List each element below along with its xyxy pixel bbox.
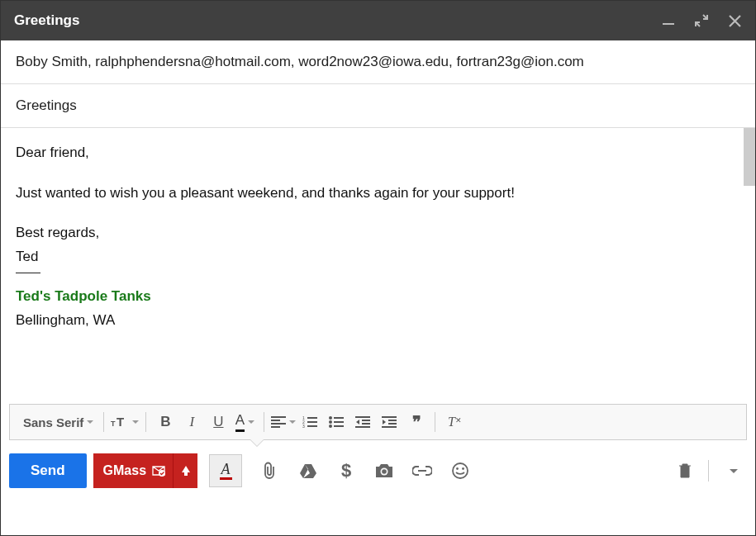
insert-link-button[interactable] xyxy=(407,456,437,486)
svg-rect-20 xyxy=(362,423,370,425)
align-button[interactable] xyxy=(271,409,296,435)
recipients-text: Boby Smith, ralphphendersna@hotmail.com,… xyxy=(16,54,584,69)
camera-icon xyxy=(374,462,394,479)
minimize-button[interactable] xyxy=(661,13,676,28)
bulleted-list-button[interactable] xyxy=(324,409,349,435)
font-family-label: Sans Serif xyxy=(23,415,83,429)
gmass-button[interactable]: GMass xyxy=(93,453,173,488)
attach-file-button[interactable] xyxy=(255,456,285,486)
scrollbar-thumb[interactable] xyxy=(744,128,755,186)
popout-button[interactable] xyxy=(694,13,709,28)
separator xyxy=(708,460,709,481)
bulleted-list-icon xyxy=(329,416,344,428)
svg-point-31 xyxy=(453,463,468,478)
body-line: Just wanted to wish you a pleasant weeke… xyxy=(16,183,729,204)
body-sender-name: Ted xyxy=(16,247,729,268)
svg-text:T: T xyxy=(111,420,116,428)
body-closing: Best regards, xyxy=(16,223,729,244)
more-options-button[interactable] xyxy=(717,456,747,486)
body-greeting: Dear friend, xyxy=(16,143,729,164)
svg-rect-15 xyxy=(334,421,344,423)
chevron-down-icon xyxy=(730,469,738,473)
svg-rect-2 xyxy=(271,416,286,418)
svg-point-28 xyxy=(159,470,165,477)
svg-rect-23 xyxy=(388,420,397,421)
format-toolbar: Sans Serif T T B I U A 1 2 3 xyxy=(9,404,747,440)
svg-rect-19 xyxy=(362,420,370,421)
subject-field[interactable]: Greetings xyxy=(1,84,755,128)
compose-window-header: Greetings xyxy=(1,1,755,40)
svg-rect-5 xyxy=(271,426,280,428)
svg-rect-21 xyxy=(355,426,370,428)
svg-rect-3 xyxy=(271,420,280,421)
send-button[interactable]: Send xyxy=(9,453,87,488)
link-icon xyxy=(412,466,432,476)
svg-rect-13 xyxy=(334,417,344,419)
message-body[interactable]: Dear friend, Just wanted to wish you a p… xyxy=(1,128,755,404)
text-color-button[interactable]: A xyxy=(232,409,257,435)
insert-drive-button[interactable] xyxy=(293,456,323,486)
svg-point-14 xyxy=(329,420,332,424)
font-size-icon: T T xyxy=(111,415,129,429)
text-color-icon: A xyxy=(235,412,245,432)
svg-rect-25 xyxy=(382,426,397,428)
close-button[interactable] xyxy=(727,13,742,28)
svg-point-12 xyxy=(329,416,332,420)
emoji-icon xyxy=(451,462,469,480)
quote-button[interactable]: ❞ xyxy=(403,409,428,435)
separator xyxy=(103,412,104,432)
bold-button[interactable]: B xyxy=(153,409,178,435)
recipients-field[interactable]: Boby Smith, ralphphendersna@hotmail.com,… xyxy=(1,40,755,84)
paperclip-icon xyxy=(262,462,278,480)
formatting-toggle-button[interactable]: A xyxy=(209,454,242,487)
window-title: Greetings xyxy=(14,12,661,29)
insert-money-button[interactable]: $ xyxy=(331,456,361,486)
svg-rect-11 xyxy=(307,425,317,427)
font-size-select[interactable]: T T xyxy=(111,409,139,435)
svg-text:T: T xyxy=(116,415,124,429)
svg-rect-9 xyxy=(307,421,317,423)
separator xyxy=(145,412,146,432)
discard-draft-button[interactable] xyxy=(670,456,700,486)
remove-formatting-icon: T ✕ xyxy=(446,415,463,429)
font-family-select[interactable]: Sans Serif xyxy=(18,409,97,435)
chevron-down-icon xyxy=(87,420,93,424)
svg-rect-4 xyxy=(271,423,286,425)
underline-button[interactable]: U xyxy=(206,409,231,435)
attachment-icons: $ xyxy=(255,456,475,486)
indent-more-icon xyxy=(382,416,397,428)
drive-icon xyxy=(299,462,317,479)
indent-less-button[interactable] xyxy=(350,409,375,435)
insert-photo-button[interactable] xyxy=(369,456,399,486)
svg-point-16 xyxy=(329,425,332,428)
svg-rect-18 xyxy=(355,416,370,418)
chevron-down-icon xyxy=(248,420,254,424)
svg-rect-7 xyxy=(307,417,317,419)
svg-point-30 xyxy=(382,469,387,474)
gmass-envelope-icon xyxy=(151,463,166,478)
insert-emoji-button[interactable] xyxy=(445,456,475,486)
align-icon xyxy=(271,416,286,428)
separator xyxy=(264,412,264,432)
bottom-toolbar: Send GMass A $ xyxy=(1,447,755,495)
svg-rect-17 xyxy=(334,425,344,427)
bottom-right-controls xyxy=(670,456,747,486)
gmass-dropdown-button[interactable] xyxy=(173,453,197,488)
gmass-label: GMass xyxy=(103,463,146,478)
signature-location: Bellingham, WA xyxy=(16,311,729,331)
chevron-down-icon xyxy=(289,420,296,424)
svg-point-32 xyxy=(456,467,459,470)
italic-button[interactable]: I xyxy=(179,409,204,435)
numbered-list-button[interactable]: 1 2 3 xyxy=(297,409,322,435)
signature-company: Ted's Tadpole Tanks xyxy=(16,287,729,307)
indent-less-icon xyxy=(355,416,370,428)
numbered-list-icon: 1 2 3 xyxy=(302,416,317,428)
indent-more-button[interactable] xyxy=(377,409,402,435)
up-arrow-icon xyxy=(181,465,191,477)
svg-text:3: 3 xyxy=(302,424,305,428)
formatting-icon: A xyxy=(220,462,232,480)
separator xyxy=(435,412,435,432)
remove-formatting-button[interactable]: T ✕ xyxy=(442,409,467,435)
signature-divider xyxy=(16,273,40,274)
svg-rect-24 xyxy=(388,423,397,425)
